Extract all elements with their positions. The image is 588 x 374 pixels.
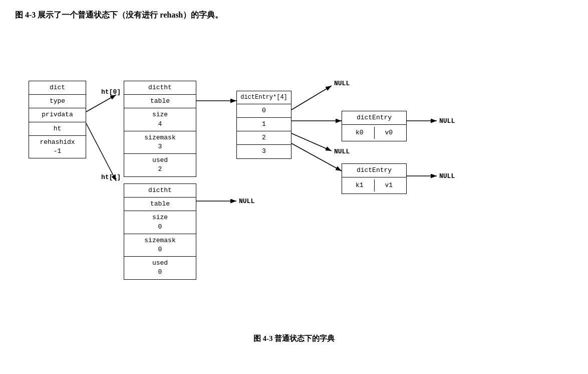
dictentry3-val: v1 [375,179,404,192]
dictentry3-kv: k1 v1 [342,177,406,194]
dict-cell-title: dict [29,81,86,95]
dictentry0-val: v0 [375,127,404,139]
caption: 图 4-3 普通状态下的字典 [15,334,573,343]
dict-cell-ht: ht [29,122,86,136]
intro-text: 图 4-3 展示了一个普通状态下（没有进行 rehash）的字典。 [15,10,573,21]
dictht1-title: dictht [124,184,196,198]
dictentry-array-3: 3 [237,145,291,158]
dictht1-sizemask: sizemask 0 [124,234,196,257]
dictht0-sizemask: sizemask 3 [124,131,196,154]
dictentry0-kv: k0 v0 [342,125,406,141]
svg-line-7 [291,133,332,151]
dictentry0-box: dictEntry k0 v0 [342,111,407,141]
null-entry2-label: NULL [334,148,350,155]
svg-line-1 [86,95,116,112]
svg-line-2 [86,123,116,181]
dictentry-array-box: dictEntry*[4] 0 1 2 3 [236,91,291,159]
dictht0-box: dictht table size 4 sizemask 3 used 2 [124,81,196,177]
null-entry3-right: NULL [439,172,455,180]
dictentry3-title: dictEntry [342,164,406,177]
dictht1-size: size 0 [124,211,196,234]
dict-box: dict type privdata ht rehashidx -1 [29,81,86,158]
diagram-area: dict type privdata ht rehashidx -1 ht[0]… [19,36,569,326]
dictentry0-title: dictEntry [342,111,406,125]
dictht0-used: used 2 [124,154,196,176]
dictentry-array-0: 0 [237,104,291,118]
dictentry-array-title: dictEntry*[4] [237,91,291,104]
dictentry0-key: k0 [345,127,375,139]
svg-line-4 [291,86,332,110]
ht0-label: ht[0] [101,88,121,96]
dict-cell-rehashidx: rehashidx -1 [29,136,86,158]
dictht0-size: size 4 [124,108,196,131]
arrows-svg [19,36,569,326]
dict-cell-privdata: privdata [29,108,86,122]
dictht1-used: used 0 [124,257,196,279]
dictentry-array-2: 2 [237,131,291,145]
dictht1-table: table [124,198,196,211]
null-ht1-table: NULL [239,198,254,205]
dictht0-table: table [124,95,196,108]
dict-cell-type: type [29,95,86,108]
dictht1-box: dictht table size 0 sizemask 0 used 0 [124,183,196,280]
null-top-label: NULL [334,80,350,87]
ht1-label: ht[1] [101,173,121,181]
dictentry3-key: k1 [345,179,375,192]
dictentry3-box: dictEntry k1 v1 [342,163,407,194]
null-entry0-right: NULL [439,117,455,125]
dictentry-array-1: 1 [237,118,291,131]
dictht0-title: dictht [124,81,196,95]
